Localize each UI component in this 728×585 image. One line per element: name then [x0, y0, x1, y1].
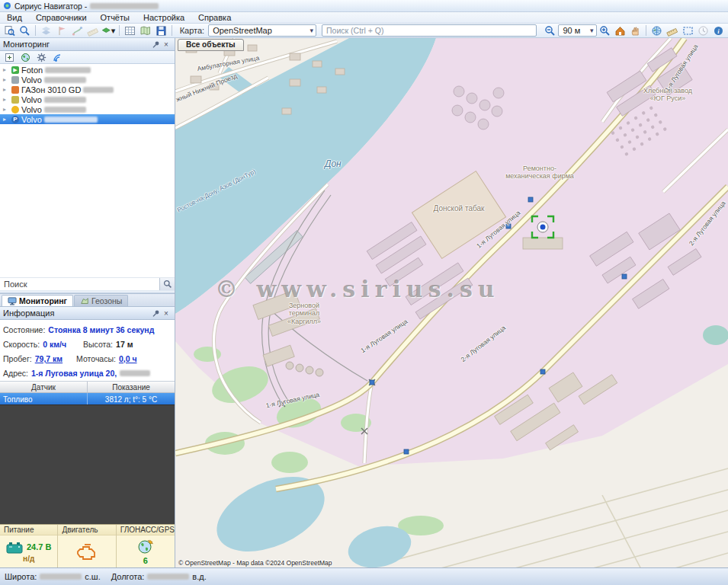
vehicle-row-volvo-3[interactable]: ▸ Volvo: [0, 104, 175, 114]
route-icon: [72, 25, 83, 37]
zoom-search-button[interactable]: [18, 24, 32, 37]
info-button[interactable]: i: [711, 24, 726, 37]
globe-view-button[interactable]: [649, 24, 664, 37]
gauge-gps: ГЛОНАСС/GPS 6: [117, 525, 175, 567]
zoom-out-button[interactable]: [543, 24, 557, 37]
vehicle-status-icon: [11, 76, 19, 84]
layers-tool-button[interactable]: [39, 24, 53, 37]
search-input[interactable]: [322, 24, 537, 37]
pin-icon[interactable]: [150, 40, 161, 50]
altitude-label: Высота:: [83, 340, 113, 349]
find-on-map-button[interactable]: [2, 24, 17, 37]
tab-geozones[interactable]: Геозоны: [74, 295, 128, 306]
map-tab-strip: Все объекты: [178, 39, 244, 51]
close-icon[interactable]: ×: [161, 308, 172, 318]
power-value: 24.7 В: [27, 542, 51, 551]
map-canvas[interactable]: [175, 38, 728, 567]
redacted-text: [120, 370, 150, 376]
menu-otchety[interactable]: Отчёты: [94, 12, 136, 23]
vehicle-row-volvo-2[interactable]: ▸ Volvo: [0, 94, 175, 104]
sensor-row-fuel[interactable]: Топливо 3812 л; t°: 5 °C: [0, 393, 175, 405]
zoom-in-button[interactable]: [598, 24, 612, 37]
search-doc-icon: [4, 25, 15, 37]
tree-search-button[interactable]: [159, 278, 175, 291]
sensor-col-name[interactable]: Датчик: [0, 382, 88, 392]
ruler-button[interactable]: [665, 24, 679, 37]
sensor-col-value[interactable]: Показание: [88, 382, 175, 392]
redacted-text: [44, 77, 86, 83]
menu-spravka[interactable]: Справка: [191, 12, 238, 23]
menu-vid[interactable]: Вид: [0, 12, 29, 23]
chevron-down-icon: ▾: [590, 27, 594, 34]
select-area-button[interactable]: [680, 24, 694, 37]
map-tab-all-objects[interactable]: Все объекты: [178, 39, 244, 51]
app-window: Сириус Навигатор - Вид Справочники Отчёт…: [0, 0, 728, 585]
signal-icon: [53, 53, 63, 62]
vehicle-row-volvo-selected[interactable]: ▸ P Volvo: [0, 114, 175, 124]
longitude-suffix: в.д.: [192, 572, 206, 581]
expander-icon[interactable]: ▸: [3, 106, 9, 113]
power-extra-value: н/д: [23, 555, 34, 563]
sensor-chart-area[interactable]: [0, 404, 175, 524]
export-button[interactable]: [154, 24, 168, 37]
map-provider-select[interactable]: OpenStreetMap ▾: [208, 24, 316, 37]
gauge-engine-title: Двигатель: [58, 525, 115, 535]
close-icon[interactable]: ×: [161, 40, 172, 50]
gauge-power-title: Питание: [0, 525, 57, 535]
mileage-value[interactable]: 79,7 км: [35, 354, 63, 363]
battery-icon: [6, 541, 23, 554]
menu-nastroyka[interactable]: Настройка: [136, 12, 191, 23]
show-all-on-map-button[interactable]: [18, 52, 33, 63]
pin-icon[interactable]: [150, 308, 161, 318]
tree-search-row: Поиск: [0, 277, 175, 290]
track-tool-button[interactable]: [70, 24, 85, 37]
vehicle-status-icon: [11, 86, 19, 94]
vehicle-row-foton[interactable]: ▸ ▶ Foton: [0, 65, 175, 75]
clock-icon: [698, 25, 709, 37]
green-layers-icon: [101, 25, 111, 37]
flag-tool-button[interactable]: [55, 24, 69, 37]
monitoring-panel-title: Мониторинг: [3, 40, 150, 49]
pan-tool-button[interactable]: [628, 24, 643, 37]
ruler-icon: [666, 25, 678, 37]
save-icon: [156, 25, 167, 37]
expander-icon[interactable]: ▸: [3, 96, 9, 103]
redacted-text: [44, 97, 86, 103]
expander-icon[interactable]: ▸: [3, 66, 9, 73]
info-panel-title: Информация: [3, 308, 150, 318]
vehicle-row-volvo-1[interactable]: ▸ Volvo: [0, 75, 175, 85]
globe-icon: [651, 25, 662, 37]
map-layers-button[interactable]: ▾: [101, 24, 116, 37]
plus-square-icon: [5, 53, 14, 62]
expander-icon[interactable]: ▸: [3, 116, 9, 123]
redacted-text: [44, 117, 98, 123]
map-area-label-terminal: Зерновой терминал «Каргилл»: [273, 302, 335, 325]
app-icon: [3, 2, 11, 10]
map-scale-select[interactable]: 90 м ▾: [558, 24, 596, 37]
latitude-suffix: с.ш.: [85, 572, 100, 581]
expand-all-button[interactable]: [2, 52, 17, 63]
tab-monitoring[interactable]: Мониторинг: [2, 295, 73, 306]
statusbar: Широта: с.ш. Долгота: в.д.: [0, 567, 728, 585]
toolbar-separator: [172, 25, 172, 36]
home-view-button[interactable]: [613, 24, 627, 37]
history-time-button[interactable]: [696, 24, 710, 37]
layers-icon: [40, 25, 52, 37]
menu-spravochniki[interactable]: Справочники: [29, 12, 94, 23]
vehicle-label: Volvo: [21, 115, 42, 124]
hours-value[interactable]: 0,0 ч: [119, 354, 137, 363]
map-viewport[interactable]: Амбулаторная улица жный Нижний Проезд До…: [175, 38, 728, 567]
expander-icon[interactable]: ▸: [3, 86, 9, 93]
signal-status-button[interactable]: [50, 52, 65, 63]
measure-tool-button[interactable]: [85, 24, 100, 37]
grid-view-button[interactable]: [123, 24, 137, 37]
expander-icon[interactable]: ▸: [3, 76, 9, 83]
sensor-table: Датчик Показание Топливо 3812 л; t°: 5 °…: [0, 381, 175, 404]
selected-vehicle-marker[interactable]: [531, 215, 555, 239]
map-sheet-button[interactable]: [138, 24, 152, 37]
vehicle-row-gazon[interactable]: ▸ ГАЗон 3010 GD: [0, 85, 175, 94]
settings-button[interactable]: [34, 52, 49, 63]
vehicle-label: Volvo: [21, 105, 42, 114]
chevron-down-icon: ▾: [310, 27, 314, 34]
toolbar-separator: [119, 25, 120, 36]
